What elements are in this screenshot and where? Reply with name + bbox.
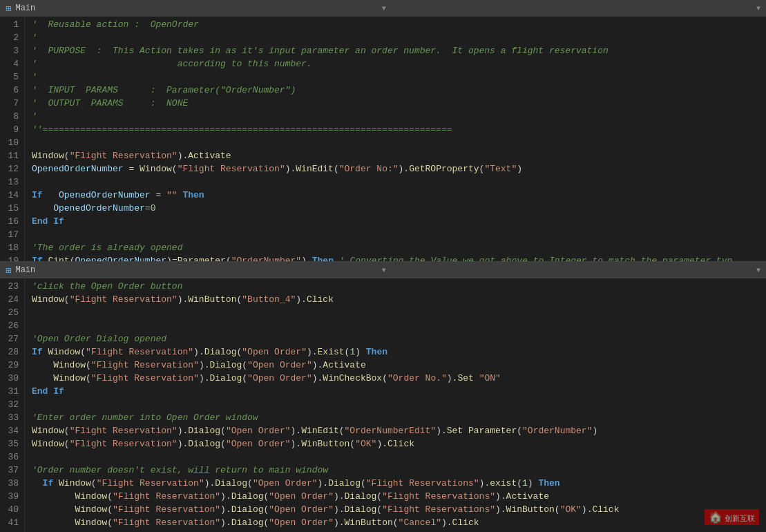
panel1-dropdown[interactable]: ▼ [382,5,386,12]
panel2-code[interactable]: 'click the Open Order button Window("Fli… [25,278,766,532]
panel2-line-numbers: 23 24 25 26 27 28 29 30 31 32 33 34 35 3… [0,278,25,532]
panel2-icon: ⊞ [6,265,11,276]
panel1-editor: 1 2 3 4 5 6 7 8 9 10 11 12 13 14 15 16 1… [0,17,766,262]
panel2-editor: 23 24 25 26 27 28 29 30 31 32 33 34 35 3… [0,278,766,532]
watermark: 🏠 创新互联 [705,509,759,525]
panel1-right-dropdown[interactable]: ▼ [756,5,760,12]
panel1-icon: ⊞ [6,3,11,15]
panel2-title: Main [15,265,377,275]
panel1-titlebar: ⊞ Main ▼ ▼ [0,0,766,17]
panel1-code[interactable]: ' Reusable action : OpenOrder ' ' PURPOS… [25,17,766,261]
panel1-line-numbers: 1 2 3 4 5 6 7 8 9 10 11 12 13 14 15 16 1… [0,17,25,261]
panel2-right-dropdown[interactable]: ▼ [756,267,760,274]
panel2-titlebar: ⊞ Main ▼ ▼ [0,262,766,278]
watermark-label: 创新互联 [725,514,755,522]
panel2-dropdown[interactable]: ▼ [382,267,386,274]
panel1-title: Main [15,3,377,13]
watermark-text: 🏠 创新互联 [705,509,759,525]
